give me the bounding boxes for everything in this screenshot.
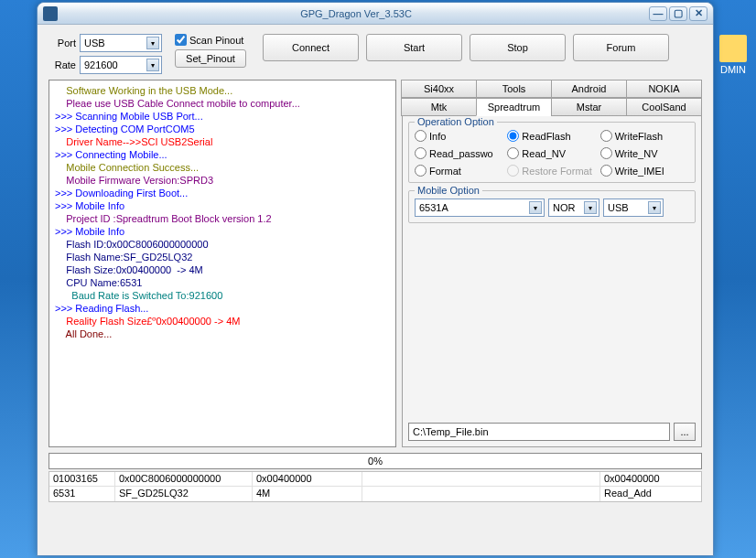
tab-tools[interactable]: Tools (476, 80, 552, 98)
model-select[interactable]: 6531A ▾ (415, 199, 545, 217)
radio-write-nv[interactable]: Write_NV (600, 147, 689, 159)
radio-info[interactable]: Info (415, 130, 503, 142)
radio-format[interactable]: Format (415, 165, 503, 177)
radio-read-nv[interactable]: Read_NV (507, 147, 596, 159)
scan-pinout-checkbox[interactable] (175, 34, 187, 46)
log-line: All Done... (55, 327, 390, 340)
log-panel[interactable]: Software Working in the USB Mode... Plea… (49, 80, 396, 447)
start-button[interactable]: Start (366, 34, 462, 61)
radio-label: Write_NV (615, 148, 658, 159)
radio-writeflash[interactable]: WriteFlash (600, 130, 689, 142)
port-label: Port (49, 38, 76, 48)
app-window: GPG_Dragon Ver_3.53C — ▢ ✕ Port USB ▾ Ra… (37, 2, 714, 556)
path-row: C:\Temp_File.bin ... (408, 423, 696, 441)
port-value: USB (84, 38, 105, 48)
radio-label: WriteFlash (615, 131, 663, 142)
scan-pinout-col: Scan Pinout Set_Pinout (175, 34, 246, 68)
radio-input[interactable] (600, 165, 612, 177)
nor-select[interactable]: NOR ▾ (548, 199, 599, 217)
table-cell (362, 472, 600, 486)
minimize-button[interactable]: — (649, 6, 667, 21)
tab-row-2: MtkSpreadtrumMstarCoolSand (402, 98, 702, 116)
log-line: CPU Name:6531 (55, 276, 390, 289)
info-table: 010031650x00C80060000000000x004000000x00… (49, 471, 702, 502)
radio-restore-format: Restore Format (507, 165, 596, 177)
table-cell: 0x00400000 (600, 472, 701, 486)
log-line: Mobile Firmware Version:SPRD3 (55, 174, 390, 187)
chevron-down-icon: ▾ (584, 201, 597, 214)
operation-option-group: Operation Option InfoReadFlashWriteFlash… (408, 122, 696, 183)
radio-input[interactable] (600, 147, 612, 159)
progress-text: 0% (368, 456, 383, 467)
right-panel: Si40xxToolsAndroidNOKIA MtkSpreadtrumMst… (402, 80, 702, 447)
radio-input (507, 165, 519, 177)
log-line: >>> Scanning Mobile USB Port... (55, 110, 390, 123)
mobile-option-row: 6531A ▾ NOR ▾ USB ▾ (415, 199, 689, 217)
log-line: Flash ID:0x00C8006000000000 (55, 238, 390, 251)
radio-label: Format (429, 166, 461, 177)
path-input[interactable]: C:\Temp_File.bin (408, 423, 670, 441)
spacer (408, 231, 696, 423)
set-pinout-button[interactable]: Set_Pinout (175, 49, 246, 68)
window-controls: — ▢ ✕ (649, 6, 707, 21)
tab-content: Operation Option InfoReadFlashWriteFlash… (402, 116, 702, 447)
browse-button[interactable]: ... (674, 423, 696, 441)
rate-label: Rate (49, 59, 76, 70)
table-cell: 0x00400000 (253, 472, 362, 486)
rate-select[interactable]: 921600 ▾ (80, 56, 162, 74)
log-line: >>> Connecting Mobile... (55, 148, 390, 161)
table-cell: 6531 (49, 487, 115, 501)
radio-read-passwo[interactable]: Read_passwo (415, 147, 503, 159)
usb-select[interactable]: USB ▾ (603, 199, 664, 217)
tab-spreadtrum[interactable]: Spreadtrum (476, 98, 552, 116)
radio-input[interactable] (507, 130, 519, 142)
log-line: Baud Rate is Switched To:921600 (55, 289, 390, 302)
table-cell (362, 487, 600, 501)
tab-nokia[interactable]: NOKIA (626, 80, 702, 98)
content: Port USB ▾ Rate 921600 ▾ Scan Pinout Set… (38, 25, 713, 511)
maximize-button[interactable]: ▢ (669, 6, 687, 21)
table-cell: SF_GD25LQ32 (115, 487, 253, 501)
chevron-down-icon: ▾ (146, 37, 159, 49)
tab-mtk[interactable]: Mtk (401, 98, 477, 116)
stop-button[interactable]: Stop (470, 34, 566, 61)
table-cell: 4M (253, 487, 362, 501)
log-line: >>> Downloading First Boot... (55, 187, 390, 199)
rate-value: 921600 (84, 59, 118, 70)
port-rate-grid: Port USB ▾ Rate 921600 ▾ (49, 34, 162, 74)
operation-option-title: Operation Option (415, 116, 497, 127)
scan-pinout-checkbox-row[interactable]: Scan Pinout (175, 34, 246, 46)
tab-mstar[interactable]: Mstar (551, 98, 627, 116)
radio-readflash[interactable]: ReadFlash (507, 130, 596, 142)
titlebar[interactable]: GPG_Dragon Ver_3.53C — ▢ ✕ (38, 3, 713, 25)
log-line: Flash Name:SF_GD25LQ32 (55, 251, 390, 263)
radio-input[interactable] (415, 165, 427, 177)
close-button[interactable]: ✕ (689, 6, 707, 21)
port-select[interactable]: USB ▾ (80, 34, 162, 52)
log-line: Pleae use USB Cable Connect mobile to co… (55, 97, 390, 110)
top-row: Port USB ▾ Rate 921600 ▾ Scan Pinout Set… (49, 34, 702, 74)
log-line: Project ID :Spreadtrum Boot Block versio… (55, 212, 390, 225)
tab-coolsand[interactable]: CoolSand (626, 98, 702, 116)
table-cell: Read_Add (600, 487, 701, 501)
log-line: Flash Size:0x00400000 -> 4M (55, 263, 390, 276)
radio-input[interactable] (600, 130, 612, 142)
chevron-down-icon: ▾ (529, 201, 542, 214)
radio-label: Restore Format (522, 166, 591, 177)
radio-input[interactable] (415, 130, 427, 142)
tab-rows: Si40xxToolsAndroidNOKIA MtkSpreadtrumMst… (402, 80, 702, 116)
tab-android[interactable]: Android (551, 80, 627, 98)
mid-row: Software Working in the USB Mode... Plea… (49, 80, 702, 447)
radio-input[interactable] (507, 147, 519, 159)
radio-write-imei[interactable]: Write_IMEI (600, 165, 689, 177)
radio-input[interactable] (415, 147, 427, 159)
table-row: 010031650x00C80060000000000x004000000x00… (49, 472, 701, 487)
desktop-icon-dmin[interactable]: DMIN (715, 35, 751, 75)
tab-si40xx[interactable]: Si40xx (401, 80, 477, 98)
connect-button[interactable]: Connect (263, 34, 359, 61)
tab-row-1: Si40xxToolsAndroidNOKIA (402, 80, 702, 98)
forum-button[interactable]: Forum (573, 34, 669, 61)
window-title: GPG_Dragon Ver_3.53C (63, 8, 649, 19)
table-row: 6531SF_GD25LQ324MRead_Add (49, 487, 701, 501)
mobile-option-title: Mobile Option (415, 185, 482, 196)
